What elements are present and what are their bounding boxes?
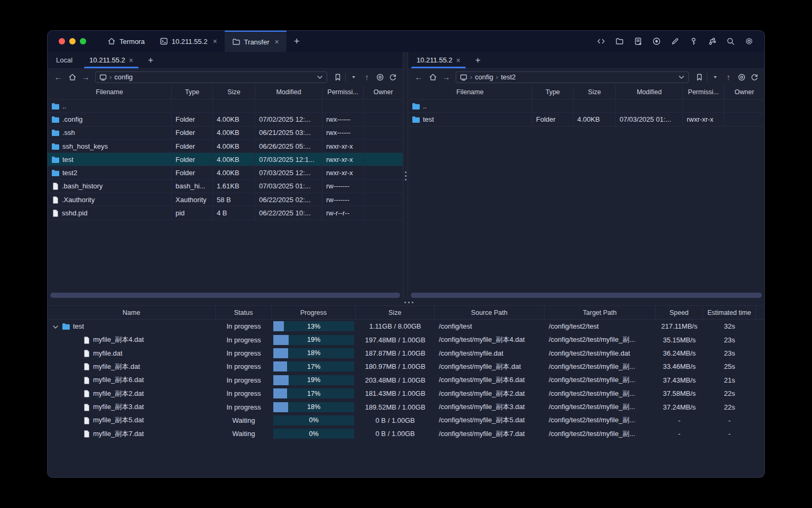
file-row[interactable]: .. (408, 99, 764, 113)
column-header-size[interactable]: Size (356, 306, 435, 319)
tab-termora[interactable]: Termora (100, 31, 152, 52)
log-button[interactable] (631, 34, 645, 48)
bookmark-button[interactable] (331, 71, 343, 83)
new-panel-tab-button[interactable]: + (142, 52, 160, 68)
show-hidden-button[interactable] (736, 71, 748, 83)
chevron-down-icon[interactable] (51, 323, 59, 330)
zoom-window-button[interactable] (80, 38, 86, 44)
upload-button[interactable]: ↑ (361, 71, 373, 83)
file-row[interactable]: .bash_history bash_hi... 1.61KB 07/03/20… (48, 180, 403, 193)
file-icon (82, 336, 90, 344)
show-hidden-button[interactable] (374, 71, 386, 83)
bookmark-button[interactable] (693, 71, 705, 83)
new-panel-tab-button[interactable]: + (469, 52, 487, 68)
file-row[interactable]: test2 Folder 4.00KB 07/03/2025 12:... rw… (48, 166, 403, 179)
forward-button[interactable]: → (440, 71, 453, 83)
close-tab-icon[interactable]: × (213, 37, 217, 46)
column-header-progress[interactable]: Progress (272, 306, 356, 319)
column-header-permissions[interactable]: Permissi... (322, 85, 364, 99)
horizontal-splitter[interactable] (48, 299, 764, 305)
file-row[interactable]: sshd.pid pid 4 B 06/22/2025 10:... rw-r-… (48, 206, 403, 220)
close-tab-icon[interactable]: × (456, 56, 460, 65)
file-row[interactable]: .Xauthority Xauthority 58 B 06/22/2025 0… (48, 193, 403, 206)
home-button[interactable] (66, 71, 78, 83)
file-row[interactable]: test Folder 4.00KB 07/03/2025 01:... rwx… (408, 113, 764, 126)
path-bar[interactable]: › config › test2 (456, 71, 689, 83)
column-header-permissions[interactable]: Permissi... (683, 85, 724, 99)
branch-button[interactable] (705, 34, 719, 48)
transfer-row[interactable]: test In progress 13% 1.11GB / 8.00GB /co… (48, 320, 764, 333)
column-header-owner[interactable]: Owner (364, 85, 403, 99)
transfer-row[interactable]: myfile_副本3.dat In progress 18% 189.52MB … (48, 400, 764, 413)
column-header-target-path[interactable]: Target Path (545, 306, 656, 319)
column-header-speed[interactable]: Speed (656, 306, 703, 319)
vertical-splitter[interactable] (403, 52, 408, 299)
file-row[interactable]: test Folder 4.00KB 07/03/2025 12:1... rw… (48, 153, 403, 166)
horizontal-scrollbar (48, 292, 403, 299)
column-header-size[interactable]: Size (574, 85, 616, 99)
file-row[interactable]: .config Folder 4.00KB 07/02/2025 12:... … (48, 113, 403, 126)
transfer-row[interactable]: myfile_副本.dat In progress 17% 180.97MB /… (48, 360, 764, 373)
sftp-folder-button[interactable] (613, 34, 626, 48)
home-button[interactable] (426, 71, 439, 83)
bookmark-menu-button[interactable] (709, 71, 721, 83)
close-tab-icon[interactable]: × (129, 56, 133, 65)
bookmark-menu-button[interactable] (348, 71, 359, 83)
refresh-button[interactable] (749, 71, 760, 83)
transfer-row[interactable]: myfile.dat In progress 18% 187.87MB / 1.… (48, 347, 764, 360)
file-modified: 07/03/2025 01:... (255, 180, 322, 193)
panel-tab-remote[interactable]: 10.211.55.2 × (408, 52, 469, 68)
column-header-owner[interactable]: Owner (724, 85, 764, 99)
column-header-name[interactable]: Name (48, 306, 216, 319)
close-window-button[interactable] (59, 38, 65, 44)
file-row[interactable]: .ssh Folder 4.00KB 06/21/2025 03:... rwx… (48, 126, 403, 140)
transfer-row[interactable]: myfile_副本4.dat In progress 19% 197.48MB … (48, 333, 764, 346)
breadcrumb-segment[interactable]: config (475, 73, 493, 81)
column-header-status[interactable]: Status (216, 306, 272, 319)
file-row[interactable]: ssh_host_keys Folder 4.00KB 06/26/2025 0… (48, 140, 403, 153)
column-header-filename[interactable]: Filename (408, 85, 532, 99)
scrollbar-thumb[interactable] (50, 293, 400, 298)
path-dropdown-icon[interactable] (677, 73, 685, 81)
tab-host-10-211-55-2[interactable]: 10.211.55.2 × (152, 31, 225, 52)
path-dropdown-icon[interactable] (316, 73, 324, 81)
column-header-modified[interactable]: Modified (255, 85, 322, 99)
column-header-estimated-time[interactable]: Estimated time (703, 306, 756, 319)
transfer-size: 203.48MB / 1.00GB (356, 374, 435, 387)
column-header-source-path[interactable]: Source Path (435, 306, 545, 319)
transfer-row[interactable]: myfile_副本7.dat Waiting 0% 0 B / 1.00GB /… (48, 427, 764, 440)
breadcrumb-segment[interactable]: test2 (501, 73, 515, 81)
minimize-window-button[interactable] (69, 38, 76, 44)
transfer-row[interactable]: myfile_副本2.dat In progress 17% 181.43MB … (48, 387, 764, 400)
file-owner (364, 153, 403, 166)
close-tab-icon[interactable]: × (275, 38, 279, 46)
search-button[interactable] (724, 34, 737, 48)
file-size: 4.00KB (213, 140, 255, 152)
column-header-modified[interactable]: Modified (616, 85, 683, 99)
record-button[interactable] (650, 34, 663, 48)
transfer-row[interactable]: myfile_副本5.dat Waiting 0% 0 B / 1.00GB /… (48, 414, 764, 427)
column-header-filename[interactable]: Filename (48, 85, 172, 99)
column-header-type[interactable]: Type (532, 85, 574, 99)
forward-button[interactable]: → (79, 71, 92, 83)
panel-tab-remote[interactable]: 10.211.55.2 × (81, 52, 142, 68)
transfer-estimated-time: 23s (703, 333, 756, 346)
settings-button[interactable] (742, 34, 756, 48)
panel-tab-local[interactable]: Local (48, 52, 81, 68)
path-bar[interactable]: › config (95, 71, 327, 83)
back-button[interactable]: ← (412, 71, 425, 83)
new-tab-button[interactable]: + (287, 31, 307, 52)
refresh-button[interactable] (387, 71, 399, 83)
edit-button[interactable] (668, 34, 682, 48)
column-header-type[interactable]: Type (172, 85, 213, 99)
back-button[interactable]: ← (52, 71, 64, 83)
file-row[interactable]: .. (48, 99, 403, 113)
upload-button[interactable]: ↑ (722, 71, 735, 83)
breadcrumb-segment[interactable]: config (114, 73, 133, 81)
scrollbar-thumb[interactable] (411, 293, 762, 298)
transfer-row[interactable]: myfile_副本6.dat In progress 19% 203.48MB … (48, 374, 764, 387)
key-manager-button[interactable] (687, 34, 700, 48)
tab-transfer[interactable]: Transfer × (225, 31, 287, 52)
code-button[interactable] (594, 34, 608, 48)
column-header-size[interactable]: Size (213, 85, 255, 99)
